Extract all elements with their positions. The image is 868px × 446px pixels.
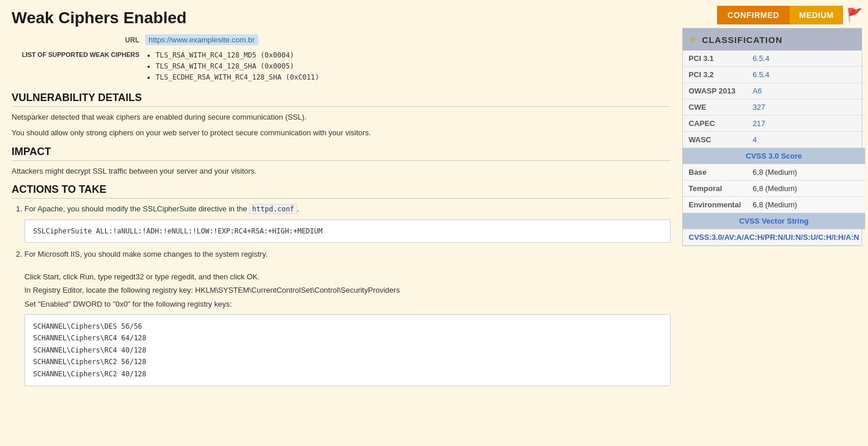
capec-value: 217	[747, 116, 865, 132]
pci31-link[interactable]: 6.5.4	[752, 54, 769, 63]
cwe-link[interactable]: 327	[752, 103, 765, 112]
cvss-environmental-row: Environmental 6,8 (Medium)	[683, 197, 865, 213]
pci31-value: 6.5.4	[747, 51, 865, 67]
cvss-vector-value: CVSS:3.0/AV:A/AC:H/PR:N/UI:N/S:U/C:H/I:H…	[683, 229, 865, 246]
cvss-base-value: 6,8 (Medium)	[747, 164, 865, 181]
actions-heading: ACTIONS TO TAKE	[12, 184, 671, 199]
httpd-conf-code: httpd.conf	[249, 204, 297, 214]
classification-table: PCI 3.1 6.5.4 PCI 3.2 6.5.4 OWASP 2013 A…	[683, 51, 865, 246]
cvss-environmental-label: Environmental	[683, 197, 747, 213]
vuln-para-1: Netsparker detected that weak ciphers ar…	[12, 112, 671, 123]
url-value: https://www.examplesite.com.br	[145, 34, 258, 45]
pci32-value: 6.5.4	[747, 67, 865, 83]
classification-title: CLASSIFICATION	[702, 35, 783, 45]
pci31-label: PCI 3.1	[683, 51, 747, 67]
page-title: Weak Ciphers Enabled	[12, 9, 671, 27]
action-2-text: For Microsoft IIS, you should make some …	[24, 250, 268, 258]
table-row: PCI 3.2 6.5.4	[683, 67, 865, 83]
capec-label: CAPEC	[683, 116, 747, 132]
cwe-label: CWE	[683, 99, 747, 116]
cwe-value: 327	[747, 99, 865, 116]
cvss-temporal-label: Temporal	[683, 181, 747, 197]
table-row: OWASP 2013 A6	[683, 83, 865, 99]
pci32-link[interactable]: 6.5.4	[752, 70, 769, 79]
main-content: Weak Ciphers Enabled URL https://www.exa…	[6, 6, 676, 440]
cvss-environmental-value: 6,8 (Medium)	[747, 197, 865, 213]
url-row: URL https://www.examplesite.com.br	[12, 34, 671, 45]
sidebar: CONFIRMED MEDIUM 🚩 ✳ CLASSIFICATION PCI …	[682, 6, 862, 440]
list-item: TLS_RSA_WITH_RC4_128_MD5 (0x0004)	[156, 50, 319, 61]
status-buttons: CONFIRMED MEDIUM 🚩	[682, 6, 862, 24]
list-item: TLS_RSA_WITH_RC4_128_SHA (0x0005)	[156, 61, 319, 72]
ciphers-row: LIST OF SUPPORTED WEAK CIPHERS TLS_RSA_W…	[12, 50, 671, 84]
asterisk-icon: ✳	[689, 33, 697, 46]
action-2-sub2: In Registry Editor, locate the following…	[24, 285, 671, 296]
action-2-sub3: Set "Enabled" DWORD to "0x0" for the fol…	[24, 298, 671, 310]
action-item-1: For Apache, you should modify the SSLCip…	[24, 203, 671, 243]
pci32-label: PCI 3.2	[683, 67, 747, 83]
confirmed-button[interactable]: CONFIRMED	[717, 6, 790, 24]
vulnerability-details-heading: VULNERABILITY DETAILS	[12, 92, 671, 107]
capec-link[interactable]: 217	[752, 119, 765, 128]
registry-block: SCHANNEL\Ciphers\DES 56/56 SCHANNEL\Ciph…	[24, 314, 671, 386]
owasp-link[interactable]: A6	[752, 87, 762, 95]
apache-code-block: SSLCipherSuite ALL:!aNULL:!ADH:!eNULL:!L…	[24, 220, 671, 243]
table-row: CWE 327	[683, 99, 865, 116]
action-2-sub1: Click Start, click Run, type regedt32 or…	[24, 271, 671, 283]
cvss-vector-header-row: CVSS Vector String	[683, 213, 865, 229]
cvss-temporal-value: 6,8 (Medium)	[747, 181, 865, 197]
table-row: CAPEC 217	[683, 116, 865, 132]
impact-heading: IMPACT	[12, 146, 671, 161]
action-item-2: For Microsoft IIS, you should make some …	[24, 249, 671, 386]
impact-para-1: Attackers might decrypt SSL traffic betw…	[12, 166, 671, 177]
registry-item: SCHANNEL\Ciphers\RC4 40/128	[33, 344, 662, 356]
list-item: TLS_ECDHE_RSA_WITH_RC4_128_SHA (0xC011)	[156, 72, 319, 83]
classification-header: ✳ CLASSIFICATION	[683, 28, 862, 51]
registry-item: SCHANNEL\Ciphers\RC4 64/128	[33, 332, 662, 344]
classification-box: ✳ CLASSIFICATION PCI 3.1 6.5.4 PCI 3.2 6…	[682, 28, 862, 246]
wasc-label: WASC	[683, 132, 747, 148]
cvss-base-label: Base	[683, 164, 747, 181]
vuln-para-2: You should allow only strong ciphers on …	[12, 127, 671, 139]
wasc-value: 4	[747, 132, 865, 148]
action-1-text: For Apache, you should modify the SSLCip…	[24, 204, 299, 213]
cvss-vector-header: CVSS Vector String	[683, 213, 865, 229]
cvss-score-header: CVSS 3.0 Score	[683, 148, 865, 164]
table-row: WASC 4	[683, 132, 865, 148]
cvss-vector-row: CVSS:3.0/AV:A/AC:H/PR:N/UI:N/S:U/C:H/I:H…	[683, 229, 865, 246]
table-row: PCI 3.1 6.5.4	[683, 51, 865, 67]
flag-icon: 🚩	[847, 8, 862, 23]
ciphers-label: LIST OF SUPPORTED WEAK CIPHERS	[12, 51, 145, 58]
cvss-base-row: Base 6,8 (Medium)	[683, 164, 865, 181]
cvss-temporal-row: Temporal 6,8 (Medium)	[683, 181, 865, 197]
owasp-label: OWASP 2013	[683, 83, 747, 99]
actions-list: For Apache, you should modify the SSLCip…	[12, 203, 671, 386]
url-label: URL	[12, 36, 145, 44]
registry-item: SCHANNEL\Ciphers\DES 56/56	[33, 321, 662, 332]
wasc-link[interactable]: 4	[752, 135, 757, 144]
registry-item: SCHANNEL\Ciphers\RC2 40/128	[33, 368, 662, 380]
cvss-score-header-row: CVSS 3.0 Score	[683, 148, 865, 164]
medium-button[interactable]: MEDIUM	[790, 6, 843, 24]
registry-item: SCHANNEL\Ciphers\RC2 56/128	[33, 356, 662, 368]
owasp-value: A6	[747, 83, 865, 99]
ciphers-list: TLS_RSA_WITH_RC4_128_MD5 (0x0004) TLS_RS…	[145, 50, 319, 84]
